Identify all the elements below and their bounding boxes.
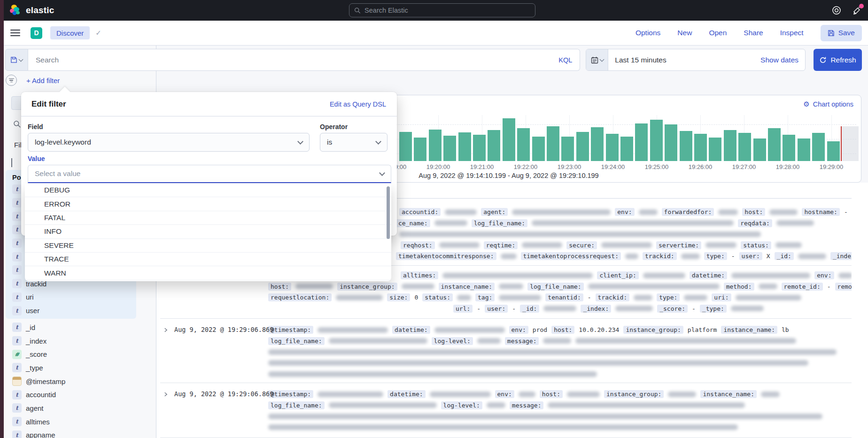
- field-name-chip[interactable]: @timestamp:: [268, 390, 313, 398]
- histogram-bar[interactable]: [767, 128, 781, 161]
- field-name-chip[interactable]: method:: [724, 283, 754, 291]
- field-name-chip[interactable]: env:: [509, 326, 528, 334]
- histogram-bar[interactable]: [679, 131, 693, 161]
- histogram-bar[interactable]: [827, 141, 840, 161]
- value-option-severe[interactable]: SEVERE: [25, 239, 391, 253]
- show-dates-button[interactable]: Show dates: [760, 56, 805, 64]
- value-option-trace[interactable]: TRACE: [25, 253, 391, 266]
- histogram-bar[interactable]: [797, 138, 811, 161]
- field-name-chip[interactable]: reqhost:: [401, 241, 435, 249]
- saved-query-menu-button[interactable]: [5, 49, 28, 71]
- field-name-chip[interactable]: log-level:: [432, 337, 473, 345]
- nav-action-share[interactable]: Share: [744, 29, 763, 37]
- field-name-chip[interactable]: instance_name:: [721, 326, 777, 334]
- field-name-chip[interactable]: log_file_name:: [527, 283, 584, 291]
- value-option-info[interactable]: INFO: [25, 225, 391, 238]
- histogram-bar[interactable]: [723, 130, 737, 161]
- field-name-chip[interactable]: user:: [485, 305, 508, 313]
- newsfeed-icon[interactable]: [852, 5, 862, 15]
- save-button[interactable]: Save: [821, 25, 862, 41]
- field-name-chip[interactable]: requestlocation:: [268, 293, 332, 301]
- global-search-input[interactable]: [364, 7, 530, 14]
- histogram-bar[interactable]: [738, 133, 752, 161]
- histogram-bar[interactable]: [576, 132, 589, 161]
- operator-combobox[interactable]: is: [320, 133, 388, 152]
- histogram-bar[interactable]: [546, 126, 560, 161]
- field-name-chip[interactable]: message:: [505, 337, 539, 345]
- field-name-chip[interactable]: client_ip:: [597, 271, 638, 279]
- field-name-chip[interactable]: log-level:: [441, 401, 482, 409]
- field-name-chip[interactable]: _index:: [830, 252, 852, 260]
- histogram-bar[interactable]: [399, 132, 412, 161]
- histogram-bar[interactable]: [782, 135, 796, 161]
- field-name-chip[interactable]: trackid:: [596, 293, 630, 301]
- field-name-chip[interactable]: _id:: [775, 252, 794, 260]
- field-name-chip[interactable]: log_file_name:: [268, 337, 325, 345]
- field-name-chip[interactable]: _index:: [581, 305, 611, 313]
- histogram-bar[interactable]: [590, 127, 604, 161]
- field-name-chip[interactable]: forwardedfor:: [662, 208, 714, 216]
- histogram-bar[interactable]: [532, 137, 545, 161]
- sidebar-field-alltimes[interactable]: talltimes: [4, 415, 154, 429]
- menu-icon[interactable]: [10, 28, 20, 38]
- field-name-chip[interactable]: url:: [453, 305, 473, 313]
- histogram-bar[interactable]: [694, 134, 707, 161]
- field-name-chip[interactable]: _score:: [657, 305, 688, 313]
- histogram-bar[interactable]: [561, 137, 574, 161]
- filter-set-icon[interactable]: [6, 75, 17, 86]
- kql-search-input[interactable]: [36, 56, 558, 64]
- histogram-bar[interactable]: [443, 136, 457, 161]
- histogram-bar[interactable]: [473, 135, 486, 161]
- query-language-button[interactable]: KQL: [558, 56, 572, 64]
- sidebar-field-accountid[interactable]: taccountid: [4, 388, 154, 401]
- sidebar-popular-user[interactable]: tuser: [4, 304, 154, 317]
- sidebar-field-_type[interactable]: t_type: [4, 361, 154, 375]
- field-name-chip[interactable]: _type:: [700, 305, 727, 313]
- histogram-bar[interactable]: [664, 124, 678, 161]
- histogram-bar[interactable]: [650, 120, 663, 161]
- field-name-chip[interactable]: _id:: [520, 305, 539, 313]
- space-avatar[interactable]: D: [31, 27, 42, 39]
- expand-row-icon[interactable]: [163, 326, 169, 334]
- field-name-chip[interactable]: remote_user:: [835, 283, 852, 291]
- field-name-chip[interactable]: reqdata:: [738, 219, 772, 227]
- field-name-chip[interactable]: log_file_name:: [268, 401, 325, 409]
- field-name-chip[interactable]: trackid:: [643, 252, 677, 260]
- histogram-bar[interactable]: [635, 123, 648, 161]
- field-name-chip[interactable]: status:: [422, 293, 453, 301]
- field-name-chip[interactable]: host:: [540, 390, 563, 398]
- histogram-bar[interactable]: [620, 137, 634, 161]
- histogram-bar[interactable]: [502, 118, 516, 161]
- field-name-chip[interactable]: user:: [739, 252, 762, 260]
- sidebar-popular-uri[interactable]: turi: [4, 291, 154, 304]
- field-name-chip[interactable]: env:: [814, 271, 834, 279]
- field-name-chip[interactable]: instance_group:: [337, 283, 397, 291]
- value-option-error[interactable]: ERROR: [25, 197, 391, 211]
- histogram-bar[interactable]: [487, 130, 501, 161]
- field-name-chip[interactable]: ce_name:: [396, 219, 430, 227]
- field-name-chip[interactable]: instance_name:: [700, 390, 757, 398]
- field-name-chip[interactable]: agent:: [481, 208, 508, 216]
- calendar-button[interactable]: [586, 49, 608, 70]
- nav-action-open[interactable]: Open: [709, 29, 727, 37]
- histogram-bar[interactable]: [413, 138, 427, 161]
- nav-action-new[interactable]: New: [677, 29, 692, 37]
- sidebar-field-_index[interactable]: t_index: [4, 334, 154, 348]
- field-name-chip[interactable]: host:: [742, 208, 765, 216]
- expand-row-icon[interactable]: [163, 391, 169, 399]
- elastic-brand[interactable]: elastic: [9, 4, 54, 16]
- field-name-chip[interactable]: remote_id:: [782, 283, 823, 291]
- nav-action-options[interactable]: Options: [636, 29, 660, 37]
- field-name-chip[interactable]: type:: [657, 293, 680, 301]
- field-name-chip[interactable]: env:: [495, 390, 514, 398]
- kql-search-box[interactable]: KQL: [28, 49, 580, 71]
- value-option-fatal[interactable]: FATAL: [25, 211, 391, 225]
- histogram-bar[interactable]: [458, 132, 472, 161]
- field-name-chip[interactable]: instance_name:: [439, 283, 495, 291]
- value-combobox[interactable]: [28, 165, 391, 183]
- histogram-bar[interactable]: [517, 128, 530, 161]
- field-name-chip[interactable]: accountid:: [399, 208, 441, 216]
- histogram-bar[interactable]: [708, 138, 722, 161]
- sidebar-field-_id[interactable]: t_id: [4, 321, 154, 334]
- field-name-chip[interactable]: message:: [510, 401, 544, 409]
